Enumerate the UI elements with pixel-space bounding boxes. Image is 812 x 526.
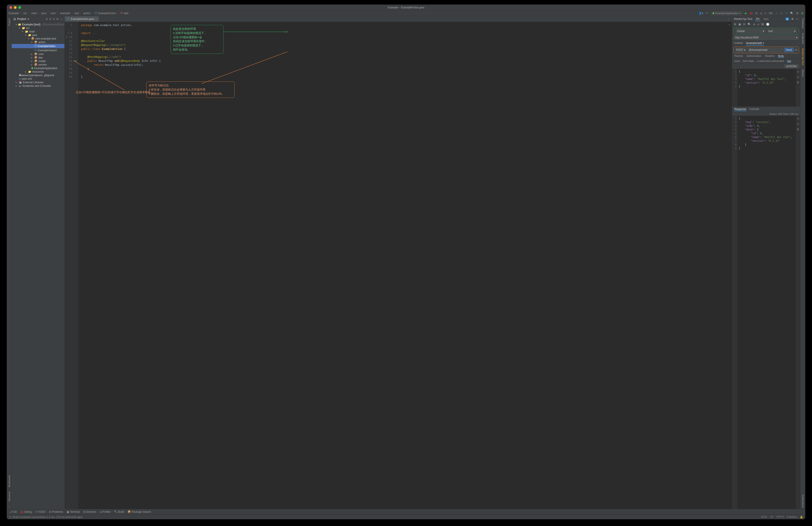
restful-plugin-icon[interactable]: ✿ [801,12,803,15]
crumb[interactable]: Example [9,12,19,15]
tab-params[interactable]: Params [734,55,743,58]
http-method-select[interactable]: POST ▾ [735,48,746,52]
history-icon[interactable]: 🕑 [766,23,769,26]
code-area[interactable]: package package com.example.tool.action;… [78,22,732,509]
git-commit-icon[interactable]: ↙ [781,12,783,15]
indent[interactable]: 4 spaces [787,515,797,518]
chevron-down-icon[interactable]: ▾ [28,17,29,20]
tree-app[interactable]: ⬢ ExampleApplication [12,67,64,70]
settings-icon[interactable]: ⚙ [56,17,59,20]
git-tool[interactable]: ⎇ Git [10,510,17,513]
body-xwww[interactable]: x-www-form-urlencoded [757,60,784,63]
tree-pom[interactable]: m pom.xml [12,77,64,81]
close-tab-icon[interactable]: × [95,17,97,20]
rest-tab-go[interactable]: Go [755,17,760,21]
telegram-icon[interactable]: ➤ [785,17,789,20]
url-input[interactable]: @/example/add [748,48,783,52]
crumb[interactable]: java [42,12,46,15]
env-url-select[interactable]: http://localhost:8080▾ [734,35,799,40]
target-icon[interactable]: ◎ [753,23,755,26]
git-update-icon[interactable]: ✓ [775,12,778,15]
encoding[interactable]: UTF-8 [776,515,784,518]
hide-icon[interactable]: — [796,17,799,20]
crumb[interactable]: tool [75,12,79,15]
run-with-coverage-icon[interactable]: ⧉ [755,12,757,15]
search-icon[interactable]: 🔍 [790,12,794,15]
rest-tab-apis[interactable]: Apis [763,17,769,21]
back-icon[interactable]: ↶ [706,12,708,15]
run-config-selector[interactable]: ⬢ ExampleApplication ▾ [711,11,742,15]
structure-tool-button[interactable]: Structure [8,490,11,503]
gutter-icons[interactable]: ⚡✿ [73,22,78,509]
todo-tool[interactable]: ≡ TODO [35,510,45,513]
gear-icon[interactable]: ⚙ [734,23,736,26]
close-icon[interactable]: × [763,42,764,45]
spring-bean-icon[interactable]: ✿ [75,59,76,62]
req-tab-untitled[interactable]: Untitled [734,41,743,45]
req-tab-path[interactable]: /example/add × [746,41,764,45]
trash-icon[interactable]: 🗑 [797,128,799,131]
collapse-icon[interactable]: ⌄ [8,504,10,508]
expand-all-icon[interactable]: ⇵ [49,17,52,20]
problems-tool[interactable]: ⊘ Problems [49,510,63,513]
profiler-tool[interactable]: ⧖ Profiler [100,510,111,513]
build-tool[interactable]: 🔨 Build [114,510,124,513]
tree-scratch[interactable]: ▸🗂 Scratches and Consoles [12,84,64,88]
settings-icon[interactable]: ⚙ [791,17,794,20]
git-push-icon[interactable]: ↗ [785,12,787,15]
lightning-icon[interactable]: ⚡ [73,59,75,62]
tree-core[interactable]: ▸📦 core [12,52,64,56]
format-icon[interactable]: ⇄ [797,122,799,125]
tree-service[interactable]: ▸📦 service [12,63,64,67]
debug-button[interactable]: 🐞 [750,12,753,15]
bookmarks-tool-button[interactable]: Bookmarks [8,474,11,488]
breadcrumbs[interactable]: Example〉 src〉 main〉 java〉 com〉 example〉 … [9,11,699,15]
tree-external[interactable]: ▸📚 External Libraries [12,81,64,84]
services-tool[interactable]: ⧉ Services [83,510,96,513]
trash-icon[interactable]: 🗑 [797,81,799,84]
hide-icon[interactable]: — [60,17,63,20]
request-body-editor[interactable]: { "id": 0, "name": "Restful Api Tool", "… [737,69,796,106]
crumb[interactable]: example [60,12,70,15]
tree-main[interactable]: ▾📁 main [12,30,64,33]
body-none[interactable]: none [734,60,740,63]
maven-tool-button[interactable]: Maven [802,68,804,78]
tree-example-action2[interactable]: Ⓒ ExampleAction2 [12,48,64,52]
collapse-all-icon[interactable]: ⇊ [53,17,55,20]
user-icon[interactable]: 👤▾ [699,12,703,15]
inspection-ok-icon[interactable]: ✓ [728,23,730,26]
crumb[interactable]: ExampleAction [98,12,116,15]
editor-body[interactable]: 1 ... 7 8 9 10 11 12 13 14 15 16 17 18 1… [64,22,732,509]
project-view-icon[interactable]: ▤ [13,17,16,20]
editor-tab[interactable]: Ⓒ ExampleAction.java × [64,16,99,22]
env-global-select[interactable]: Global▾ [736,29,766,33]
tree-resources[interactable]: ▸📁 resources [12,70,64,73]
package-search-tool[interactable]: 📦 Package Search [128,510,151,513]
env-tool-select[interactable]: tool▾ [767,29,797,33]
body-form[interactable]: form-data [743,60,754,63]
tree-model[interactable]: ▸📦 model [12,59,64,63]
copy-icon[interactable]: ⧉ [797,117,799,120]
restful-tool-button[interactable]: Restful Api Tool [802,47,804,67]
search-icon[interactable]: 🔍 [748,23,751,26]
tab-response[interactable]: Response [734,108,746,111]
tab-headers[interactable]: Headers [765,55,774,58]
debug-tool[interactable]: 🐞 Debug [20,510,32,513]
tab-auth[interactable]: Authorization [747,55,762,58]
tree-example-action[interactable]: Ⓒ ExampleAction [12,44,64,48]
send-button[interactable]: Send [784,48,794,52]
refresh-icon[interactable]: ⟳ [743,23,745,26]
tab-console[interactable]: Console [749,108,759,111]
tree-dao[interactable]: ▸📦 dao [12,56,64,59]
clear-icon[interactable]: ⌀ [757,23,759,26]
tree-java[interactable]: ▾📁 java [12,33,64,37]
crumb[interactable]: com [51,12,56,15]
select-opened-icon[interactable]: ⊕ [46,17,48,20]
crumb[interactable]: src [24,12,27,15]
tree-action[interactable]: ▾📦 action [12,40,64,44]
response-body[interactable]: { "msg": "success", "code": 0, "data": {… [737,116,796,509]
format-select[interactable]: ⧉ JSON ▾ [784,64,799,68]
run-button[interactable]: ▶ [745,12,747,15]
box-icon[interactable]: ▣ [739,23,741,26]
tab-body[interactable]: Body [778,55,784,58]
